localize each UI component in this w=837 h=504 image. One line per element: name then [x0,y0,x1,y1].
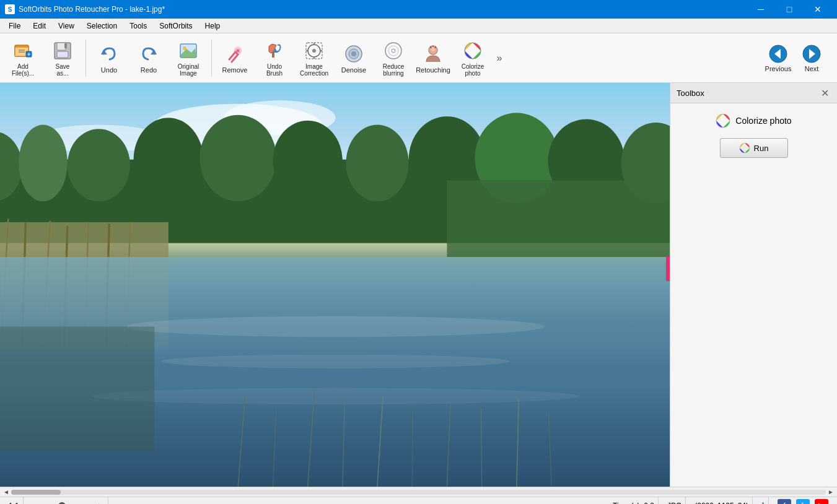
toolbox-close-button[interactable]: ✕ [818,87,831,99]
previous-button[interactable]: Previous [763,36,794,80]
scrollbar-thumb[interactable] [11,490,61,495]
app-icon: S [5,4,15,14]
menu-softorbits[interactable]: SoftOrbits [153,19,198,33]
menu-help[interactable]: Help [199,19,227,33]
format-segment: JPG [664,497,686,504]
minimize-button[interactable]: ─ [747,0,775,19]
toolbox-accent-tab [666,256,670,281]
facebook-button[interactable]: f [778,499,791,505]
menu-view[interactable]: View [52,19,81,33]
overflow-icon: » [497,53,502,64]
toolbox-header: Toolbox ✕ [670,83,837,103]
svg-line-33 [431,46,431,48]
svg-point-27 [351,51,356,56]
previous-label: Previous [765,65,792,72]
svg-point-24 [312,49,316,53]
next-button[interactable]: Next [796,36,827,80]
colorize-tool-icon [716,113,730,128]
remove-button[interactable]: Remove [216,36,254,80]
info-segment[interactable]: ℹ [758,497,769,504]
zoom-slider-thumb[interactable] [58,502,66,505]
zoom-controls: − + [32,501,104,505]
undo-brush-label: Undo Brush [266,63,283,77]
toolbar-sep-1 [85,40,86,77]
save-as-icon [51,40,74,62]
menu-edit[interactable]: Edit [27,19,52,33]
retouching-label: Retouching [416,66,450,74]
colorize-photo-icon [462,40,484,62]
titlebar: S SoftOrbits Photo Retoucher Pro - lake-… [0,0,837,19]
undo-label: Undo [101,66,117,74]
svg-line-34 [435,46,436,48]
original-image-button[interactable]: Original Image [169,36,208,80]
toolbox-title: Toolbox [677,89,704,98]
toolbox-panel: Toolbox ✕ Colorize photo [670,83,837,487]
window-controls: ─ □ ✕ [747,0,832,19]
statusbar: 1:1 − + Time (s): 0.8 JPG (2000x1125x24)… [0,497,837,504]
twitter-button[interactable]: 𝕥 [796,499,810,505]
undo-button[interactable]: Undo [90,36,128,80]
colorize-photo-button[interactable]: Colorize photo [454,36,492,80]
zoom-level-segment: 1:1 [5,497,24,504]
denoise-label: Denoise [341,66,366,74]
add-files-label: Add File(s)... [12,63,34,77]
scroll-right-arrow[interactable]: ► [826,487,836,497]
image-correction-button[interactable]: Image Correction [295,36,333,80]
zoom-control-segment: − + [28,497,108,504]
close-button[interactable]: ✕ [804,0,832,19]
scroll-left-arrow[interactable]: ◄ [1,487,11,497]
original-image-icon [177,40,199,62]
zoom-in-icon[interactable]: + [94,501,104,505]
denoise-button[interactable]: Denoise [335,36,373,80]
toolbar-overflow-button[interactable]: » [493,36,506,80]
maximize-button[interactable]: □ [775,0,804,19]
scrollbar-track[interactable] [11,490,826,495]
reduce-blurring-label: Reduce blurring [383,63,404,77]
run-label: Run [754,144,769,153]
undo-icon [98,43,120,65]
menu-tools[interactable]: Tools [123,19,153,33]
svg-point-85 [716,114,730,128]
colorize-tool-label: Colorize photo [716,113,791,128]
svg-point-32 [431,46,436,51]
save-as-label: Save as... [56,63,70,77]
dimensions-segment: (2000x1125x24) [691,497,753,504]
zoom-out-icon[interactable]: − [32,501,42,505]
main-area: Toolbox ✕ Colorize photo [0,83,837,487]
info-icon[interactable]: ℹ [761,501,765,505]
format-label: JPG [667,502,681,505]
save-as-button[interactable]: Save as... [43,36,82,80]
menu-selection[interactable]: Selection [81,19,123,33]
colorize-photo-label: Colorize photo [462,63,484,77]
svg-point-37 [465,43,481,59]
svg-text:+: + [27,51,30,58]
bottom-scrollbar[interactable]: ◄ ► [0,487,837,497]
original-image-label: Original Image [178,63,199,77]
remove-icon [224,43,246,65]
lake-image [0,83,670,487]
menubar: File Edit View Selection Tools SoftOrbit… [0,19,837,33]
svg-rect-7 [57,43,66,50]
svg-point-28 [385,43,401,59]
retouching-button[interactable]: Retouching [414,36,452,80]
time-label: Time (s): 0.8 [613,502,654,505]
youtube-button[interactable]: ▶ [815,499,828,505]
svg-point-30 [392,49,395,53]
social-segment: f 𝕥 ▶ [774,497,832,504]
run-button[interactable]: Run [720,138,788,158]
redo-label: Redo [141,66,157,74]
add-files-button[interactable]: + Add File(s)... [4,36,42,80]
colorize-tool-text: Colorize photo [735,116,791,126]
reduce-blurring-button[interactable]: Reduce blurring [374,36,413,80]
redo-button[interactable]: Redo [129,36,168,80]
svg-rect-8 [57,51,68,58]
undo-brush-button[interactable]: Undo Brush [255,36,294,80]
next-label: Next [805,65,819,72]
canvas-area[interactable] [0,83,670,487]
menu-file[interactable]: File [2,19,27,33]
add-files-icon: + [12,40,34,62]
run-icon [739,142,750,154]
time-segment: Time (s): 0.8 [609,497,659,504]
reduce-blurring-icon [382,40,405,62]
image-correction-label: Image Correction [300,63,328,77]
